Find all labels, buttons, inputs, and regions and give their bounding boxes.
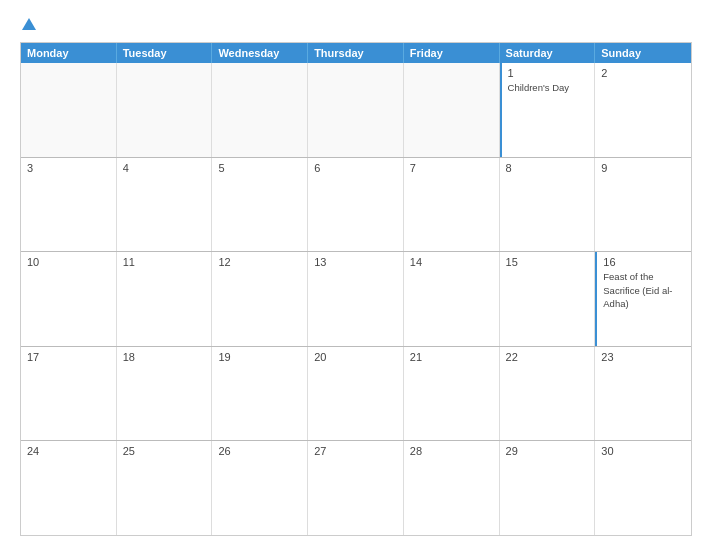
day-number: 22: [506, 351, 589, 363]
calendar-cell: 14: [404, 252, 500, 346]
calendar-cell: 7: [404, 158, 500, 252]
calendar-cell: 25: [117, 441, 213, 535]
calendar-cell: 15: [500, 252, 596, 346]
day-number: 19: [218, 351, 301, 363]
event-label: Feast of the Sacrifice (Eid al-Adha): [603, 271, 672, 309]
calendar-page: MondayTuesdayWednesdayThursdayFridaySatu…: [0, 0, 712, 550]
day-number: 3: [27, 162, 110, 174]
calendar-cell: 3: [21, 158, 117, 252]
calendar-cell: 29: [500, 441, 596, 535]
day-number: 12: [218, 256, 301, 268]
day-header-thursday: Thursday: [308, 43, 404, 63]
day-number: 21: [410, 351, 493, 363]
calendar-grid: MondayTuesdayWednesdayThursdayFridaySatu…: [20, 42, 692, 536]
calendar-cell: [21, 63, 117, 157]
calendar-cell: 27: [308, 441, 404, 535]
day-number: 28: [410, 445, 493, 457]
day-number: 1: [508, 67, 589, 79]
day-number: 18: [123, 351, 206, 363]
day-number: 6: [314, 162, 397, 174]
calendar-cell: 16Feast of the Sacrifice (Eid al-Adha): [595, 252, 691, 346]
day-header-monday: Monday: [21, 43, 117, 63]
day-header-friday: Friday: [404, 43, 500, 63]
page-header: [20, 18, 692, 32]
day-number: 13: [314, 256, 397, 268]
day-number: 24: [27, 445, 110, 457]
calendar-cell: 1Children's Day: [500, 63, 596, 157]
day-number: 25: [123, 445, 206, 457]
calendar-cell: [404, 63, 500, 157]
day-header-saturday: Saturday: [500, 43, 596, 63]
day-number: 5: [218, 162, 301, 174]
logo-triangle-icon: [22, 18, 36, 30]
logo: [20, 18, 36, 32]
calendar-cell: 19: [212, 347, 308, 441]
calendar-cell: 8: [500, 158, 596, 252]
day-number: 27: [314, 445, 397, 457]
day-header-sunday: Sunday: [595, 43, 691, 63]
day-number: 4: [123, 162, 206, 174]
day-number: 2: [601, 67, 685, 79]
calendar-cell: 5: [212, 158, 308, 252]
calendar-cell: 26: [212, 441, 308, 535]
day-number: 7: [410, 162, 493, 174]
day-number: 10: [27, 256, 110, 268]
day-number: 20: [314, 351, 397, 363]
calendar-cell: 10: [21, 252, 117, 346]
calendar-cell: 24: [21, 441, 117, 535]
day-number: 30: [601, 445, 685, 457]
day-number: 14: [410, 256, 493, 268]
calendar-cell: 17: [21, 347, 117, 441]
day-number: 8: [506, 162, 589, 174]
calendar-cell: 20: [308, 347, 404, 441]
day-number: 11: [123, 256, 206, 268]
calendar-cell: 30: [595, 441, 691, 535]
calendar-cell: 13: [308, 252, 404, 346]
calendar-week-4: 17181920212223: [21, 346, 691, 441]
calendar-cell: 9: [595, 158, 691, 252]
calendar-cell: 6: [308, 158, 404, 252]
day-number: 23: [601, 351, 685, 363]
calendar-cell: 12: [212, 252, 308, 346]
day-number: 26: [218, 445, 301, 457]
event-label: Children's Day: [508, 82, 569, 93]
calendar-body: 1Children's Day2345678910111213141516Fea…: [21, 63, 691, 535]
day-header-wednesday: Wednesday: [212, 43, 308, 63]
calendar-cell: [308, 63, 404, 157]
calendar-header: MondayTuesdayWednesdayThursdayFridaySatu…: [21, 43, 691, 63]
calendar-week-2: 3456789: [21, 157, 691, 252]
day-number: 16: [603, 256, 685, 268]
calendar-cell: 22: [500, 347, 596, 441]
calendar-cell: 4: [117, 158, 213, 252]
calendar-cell: 2: [595, 63, 691, 157]
calendar-cell: 21: [404, 347, 500, 441]
day-header-tuesday: Tuesday: [117, 43, 213, 63]
calendar-cell: 23: [595, 347, 691, 441]
calendar-cell: 11: [117, 252, 213, 346]
calendar-cell: [212, 63, 308, 157]
calendar-cell: 28: [404, 441, 500, 535]
day-number: 17: [27, 351, 110, 363]
calendar-week-1: 1Children's Day2: [21, 63, 691, 157]
day-number: 15: [506, 256, 589, 268]
calendar-cell: 18: [117, 347, 213, 441]
calendar-week-3: 10111213141516Feast of the Sacrifice (Ei…: [21, 251, 691, 346]
calendar-cell: [117, 63, 213, 157]
calendar-week-5: 24252627282930: [21, 440, 691, 535]
day-number: 9: [601, 162, 685, 174]
day-number: 29: [506, 445, 589, 457]
